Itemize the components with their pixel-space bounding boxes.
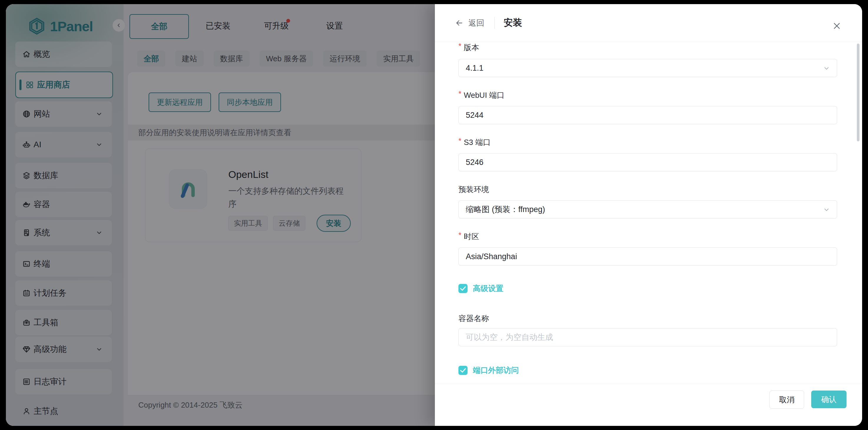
select-value: 缩略图 (预装：ffmpeg) [466,204,545,215]
field-label-preinstall-env: 预装环境 [458,184,489,195]
cancel-button[interactable]: 取消 [769,391,804,409]
install-drawer: 返回 安装 * 版本 4.1.1 * WebUI 端口 * [435,4,862,426]
required-marker: * [458,136,461,145]
version-select[interactable]: 4.1.1 [458,59,837,77]
back-label: 返回 [468,18,484,28]
drawer-footer: 取消 确认 [435,384,862,426]
webui-port-input[interactable] [458,106,837,124]
preinstall-env-select[interactable]: 缩略图 (预装：ffmpeg) [458,200,837,219]
back-button[interactable]: 返回 [455,18,484,28]
port-external-checkbox-row[interactable]: 端口外部访问 [458,365,519,375]
modal-overlay[interactable] [6,4,435,426]
drawer-title: 安装 [504,17,522,29]
required-marker: * [458,89,461,98]
drawer-header: 返回 安装 [435,4,862,42]
advanced-settings-label[interactable]: 高级设置 [473,283,503,294]
field-label-webui-port: * WebUI 端口 [458,90,504,101]
arrow-left-icon [455,19,464,27]
port-external-label[interactable]: 端口外部访问 [473,365,519,375]
close-icon[interactable] [832,21,842,31]
chevron-down-icon [823,206,830,213]
container-name-input[interactable] [458,328,837,346]
required-marker: * [458,41,461,51]
drawer-scrollbar-thumb[interactable] [857,44,860,141]
field-label-container-name: 容器名称 [458,313,489,324]
checkbox-checked-icon[interactable] [458,366,468,375]
timezone-input[interactable] [458,248,837,266]
field-label-s3-port: * S3 端口 [458,137,491,148]
checkbox-checked-icon[interactable] [458,284,468,293]
required-marker: * [458,231,461,240]
app-window: 1Panel 概览 应用商店 [6,4,862,426]
header-divider [494,17,495,29]
select-value: 4.1.1 [466,64,484,73]
field-label-version: * 版本 [458,42,479,53]
chevron-down-icon [823,64,830,72]
confirm-button[interactable]: 确认 [811,391,846,408]
s3-port-input[interactable] [458,153,837,171]
field-label-timezone: * 时区 [458,231,479,242]
advanced-settings-checkbox-row[interactable]: 高级设置 [458,283,503,294]
